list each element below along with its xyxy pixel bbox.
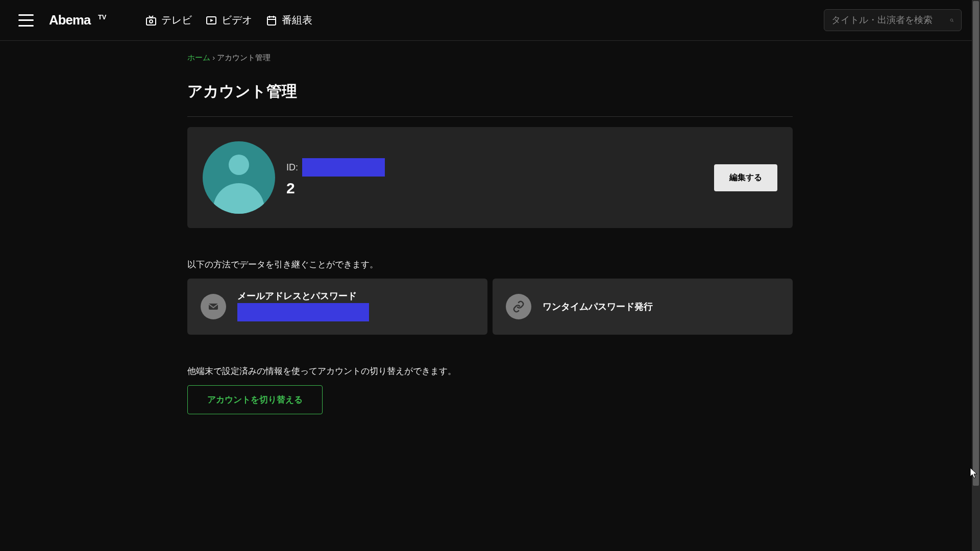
method-otp-title: ワンタイムパスワード発行 [543, 300, 779, 313]
nav-tv[interactable]: テレビ [145, 13, 192, 27]
svg-point-9 [950, 19, 953, 21]
method-otp-content: ワンタイムパスワード発行 [543, 300, 779, 313]
account-info-card: ID: 2 編集する [187, 127, 793, 228]
switch-account-button[interactable]: アカウントを切り替える [187, 385, 323, 414]
scrollbar-thumb[interactable] [973, 1, 979, 435]
link-icon [506, 294, 531, 319]
svg-line-10 [952, 21, 953, 22]
switch-description: 他端末で設定済みの情報を使ってアカウントの切り替えができます。 [187, 365, 793, 377]
method-email-content: メールアドレスとパスワード [237, 290, 474, 323]
nav-schedule[interactable]: 番組表 [265, 13, 312, 27]
calendar-icon [265, 14, 278, 27]
hamburger-menu-icon[interactable] [18, 14, 34, 27]
inherit-description: 以下の方法でデータを引き継ぐことができます。 [187, 259, 793, 270]
header: Abema TV テレビ ビデオ [0, 0, 980, 41]
svg-text:Abema: Abema [49, 13, 91, 27]
breadcrumb-home[interactable]: ホーム [187, 53, 210, 62]
video-icon [205, 14, 217, 27]
avatar [203, 141, 275, 214]
breadcrumb: ホーム › アカウント管理 [187, 53, 793, 63]
method-email-title: メールアドレスとパスワード [237, 290, 474, 302]
id-row: ID: [286, 158, 703, 177]
nav-video[interactable]: ビデオ [205, 13, 252, 27]
svg-rect-11 [209, 304, 218, 310]
envelope-icon [201, 294, 226, 319]
method-email-card[interactable]: メールアドレスとパスワード [187, 279, 487, 335]
scrollbar[interactable] [972, 0, 980, 435]
account-name: 2 [286, 180, 703, 197]
nav-items: テレビ ビデオ 番組表 [145, 13, 824, 27]
search-input[interactable] [831, 15, 950, 26]
id-label: ID: [286, 162, 298, 173]
breadcrumb-current: アカウント管理 [217, 53, 271, 62]
svg-text:TV: TV [98, 13, 107, 21]
nav-label: 番組表 [282, 13, 312, 27]
methods-row: メールアドレスとパスワード ワンタイムパスワード発行 [187, 279, 793, 335]
svg-rect-2 [146, 18, 156, 25]
svg-rect-5 [267, 17, 276, 25]
edit-button[interactable]: 編集する [714, 164, 777, 191]
nav-label: ビデオ [222, 13, 252, 27]
tv-icon [145, 14, 157, 27]
content: ホーム › アカウント管理 アカウント管理 ID: 2 編集する 以下の方法でデ… [187, 41, 793, 435]
divider [187, 116, 793, 117]
nav-label: テレビ [161, 13, 192, 27]
logo[interactable]: Abema TV [49, 12, 131, 29]
page-title: アカウント管理 [187, 81, 793, 102]
search-icon [950, 15, 954, 26]
method-otp-card[interactable]: ワンタイムパスワード発行 [493, 279, 793, 335]
email-value-redacted [237, 303, 369, 321]
search-box[interactable] [824, 9, 962, 31]
account-details: ID: 2 [286, 158, 703, 197]
svg-point-3 [150, 20, 153, 23]
breadcrumb-separator: › [212, 53, 217, 62]
id-value-redacted [302, 158, 385, 177]
